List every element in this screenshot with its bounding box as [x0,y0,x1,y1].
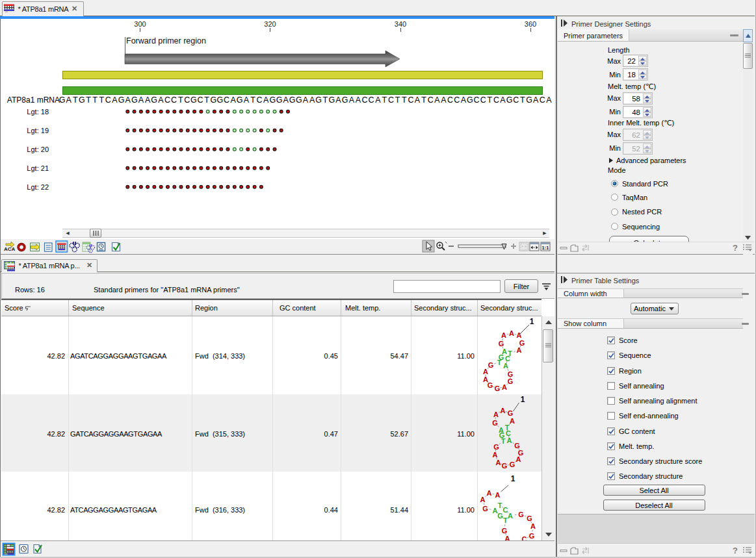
svg-text:A: A [510,417,515,425]
svg-text:G: G [527,514,532,522]
svg-text:A: A [495,491,501,499]
svg-text:G: G [510,461,515,468]
svg-text:G: G [508,409,514,417]
svg-text:A: A [516,455,521,463]
svg-text:A: A [493,451,498,459]
svg-text:1: 1 [521,395,525,404]
svg-text:T: T [501,437,506,445]
svg-text:A: A [487,489,492,497]
svg-text:G: G [502,527,508,535]
svg-text:G: G [514,442,520,450]
svg-text:T: T [498,501,502,509]
svg-text:A: A [493,411,499,418]
svg-text:G: G [482,505,488,513]
svg-text:A: A [496,459,501,466]
svg-text:A: A [501,407,506,414]
svg-text:A: A [480,496,486,503]
svg-text:G: G [502,462,508,470]
svg-text:C: C [522,535,527,540]
svg-text:1: 1 [511,474,515,483]
svg-text:A: A [505,535,510,541]
svg-text:A: A [530,522,536,530]
svg-text:G: G [518,511,524,518]
svg-text:A: A [507,437,512,444]
svg-text:G: G [492,419,498,427]
svg-text:A: A [508,512,513,520]
svg-text:G: G [493,443,499,451]
svg-text:G: G [518,449,524,457]
svg-text:G: G [529,532,535,540]
svg-text:T: T [505,424,510,431]
svg-text:C: C [503,506,508,514]
svg-text:G: G [497,512,503,520]
